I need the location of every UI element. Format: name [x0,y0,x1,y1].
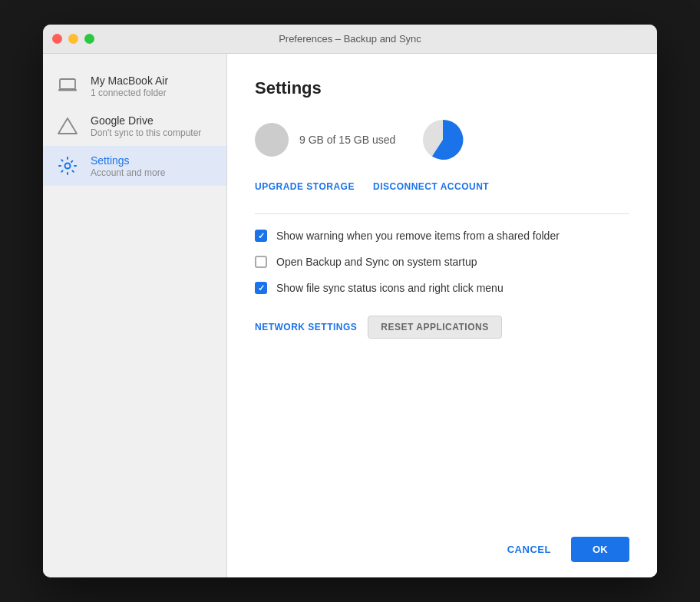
sidebar-sublabel-macbook: 1 connected folder [91,88,214,98]
sidebar-label-googledrive: Google Drive [91,114,214,127]
network-settings-button[interactable]: NETWORK SETTINGS [255,319,357,336]
svg-point-3 [65,164,71,169]
preferences-window: Preferences – Backup and Sync My MacBook… [43,25,657,577]
close-button[interactable] [52,34,62,44]
sidebar-text-settings: Settings Account and more [91,154,214,178]
page-title: Settings [255,78,629,98]
ok-button[interactable]: OK [571,537,629,562]
sidebar-sublabel-settings: Account and more [91,167,214,178]
sidebar-sublabel-googledrive: Don't sync to this computer [91,127,214,138]
storage-section: 9 GB of 15 GB used [255,117,629,163]
avatar [255,123,289,157]
sidebar-label-settings: Settings [91,154,214,167]
laptop-icon [55,74,80,98]
sidebar-label-macbook: My MacBook Air [91,74,214,87]
main-content: Settings 9 GB of 15 GB used [227,54,657,521]
storage-used-text: 9 GB of 15 GB used [299,134,395,146]
checkbox-label-startup: Open Backup and Sync on system startup [276,256,477,268]
drive-icon [55,114,80,138]
storage-info: 9 GB of 15 GB used [255,123,395,157]
gear-icon [55,154,80,178]
checkbox-label-warning: Show warning when you remove items from … [276,230,560,242]
sidebar-item-googledrive[interactable]: Google Drive Don't sync to this computer [43,106,226,146]
window-content: My MacBook Air 1 connected folder Google… [43,54,657,577]
upgrade-storage-button[interactable]: UPGRADE STORAGE [255,178,355,195]
footer-actions: CANCEL OK [227,521,657,577]
bottom-actions: NETWORK SETTINGS RESET APPLICATIONS [255,316,629,339]
main-wrapper: Settings 9 GB of 15 GB used [227,54,657,577]
checkbox-row-warning[interactable]: ✓ Show warning when you remove items fro… [255,230,629,242]
svg-marker-2 [58,118,77,134]
divider [255,213,629,214]
svg-rect-1 [58,89,77,91]
checkmark-warning: ✓ [258,231,265,241]
checkbox-startup[interactable]: ✓ [255,256,267,268]
footer-spacer [255,339,629,497]
checkbox-warning[interactable]: ✓ [255,230,267,242]
maximize-button[interactable] [84,34,94,44]
disconnect-account-button[interactable]: DISCONNECT ACCOUNT [373,178,489,195]
minimize-button[interactable] [68,34,78,44]
window-title: Preferences – Backup and Sync [279,33,421,45]
sidebar-item-settings[interactable]: Settings Account and more [43,146,226,186]
sidebar-item-macbook[interactable]: My MacBook Air 1 connected folder [43,66,226,106]
checkbox-row-syncicons[interactable]: ✓ Show file sync status icons and right … [255,282,629,294]
checkbox-label-syncicons: Show file sync status icons and right cl… [276,282,504,294]
sidebar: My MacBook Air 1 connected folder Google… [43,54,227,577]
sidebar-text-googledrive: Google Drive Don't sync to this computer [91,114,214,138]
cancel-button[interactable]: CANCEL [498,538,560,561]
checkboxes: ✓ Show warning when you remove items fro… [255,230,629,294]
sidebar-text-macbook: My MacBook Air 1 connected folder [91,74,214,98]
window-controls [52,34,94,44]
checkmark-syncicons: ✓ [258,283,265,293]
svg-rect-0 [60,79,75,89]
storage-pie-chart [420,117,466,163]
checkbox-syncicons[interactable]: ✓ [255,282,267,294]
reset-applications-button[interactable]: RESET APPLICATIONS [368,316,501,339]
storage-actions: UPGRADE STORAGE DISCONNECT ACCOUNT [255,178,629,195]
checkbox-row-startup[interactable]: ✓ Open Backup and Sync on system startup [255,256,629,268]
titlebar: Preferences – Backup and Sync [43,25,657,54]
